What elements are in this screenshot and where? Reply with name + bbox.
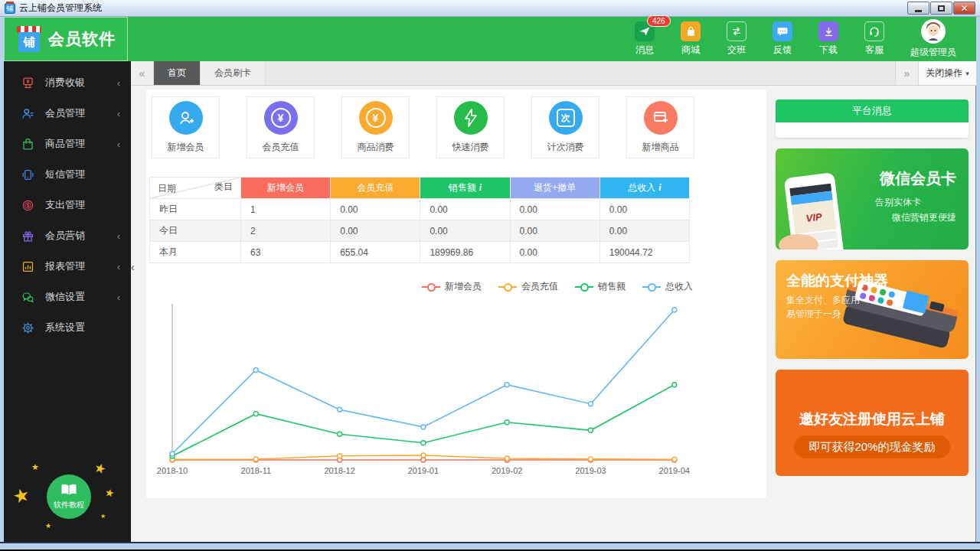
yen-ring-icon: ¥ (359, 101, 393, 135)
chevron-left-icon: ‹ (117, 139, 120, 150)
cash-register-icon: ¥ (21, 76, 34, 90)
svg-text:$: $ (26, 203, 29, 209)
dashboard-panel: 新增会员 ¥ 会员充值 ¥ 商品消费 快速消费 次 计次消费 (146, 90, 766, 498)
star-icon: ★ (103, 486, 116, 500)
quick-add-member-button[interactable]: 新增会员 (152, 96, 220, 158)
svg-text:2019-04: 2019-04 (659, 466, 690, 475)
col-header-sales[interactable]: 销售额i (420, 178, 510, 199)
sidebar-item-wechat[interactable]: 微信设置 ‹ (4, 282, 131, 312)
product-bag-icon (21, 137, 34, 151)
wechat-icon (21, 290, 34, 304)
platform-messages-header[interactable]: 平台消息 (776, 99, 969, 122)
app-icon: 铺 (5, 3, 15, 14)
svg-text:2019-02: 2019-02 (492, 466, 522, 475)
member-icon (21, 106, 34, 120)
chart-legend: 新增会员 会员充值 销售额 总收入 (149, 269, 696, 295)
add-member-icon (169, 101, 203, 135)
sidebar-item-expenses[interactable]: $ 支出管理 (4, 190, 131, 220)
swap-arrows-icon (727, 21, 746, 41)
sidebar-item-marketing[interactable]: 会员营销 ‹ (4, 220, 131, 251)
logo-text: 会员软件 (48, 28, 116, 50)
legend-recharge[interactable]: 会员充值 (498, 280, 558, 293)
open-circle-marker-icon (642, 283, 661, 291)
quick-count-consume-button[interactable]: 次 计次消费 (531, 96, 599, 158)
quick-fast-consume-button[interactable]: 快速消费 (436, 96, 505, 158)
quick-add-product-button[interactable]: 新增商品 (626, 96, 694, 158)
message-count-badge: 426 (647, 15, 671, 27)
maximize-button[interactable] (930, 2, 952, 15)
shop-bag-icon (681, 21, 701, 41)
open-circle-marker-icon (422, 283, 440, 291)
add-product-icon (644, 101, 678, 135)
open-circle-marker-icon (575, 283, 593, 291)
legend-new-members[interactable]: 新增会员 (422, 280, 482, 293)
close-button[interactable]: ✕ (953, 2, 975, 15)
minimize-icon (915, 10, 922, 12)
tab-home[interactable]: 首页 (154, 61, 201, 85)
banner-line1: 集全支付、多应用 (786, 294, 860, 307)
gear-icon (21, 321, 34, 334)
star-icon: ★ (100, 513, 106, 520)
nav-support[interactable]: 客服 (864, 21, 884, 57)
banner-payment-device[interactable]: 全能的支付神器 集全支付、多应用 易管理于一身 (776, 260, 969, 359)
sidebar-item-cashier[interactable]: ¥ 消费收银 ‹ (4, 67, 131, 98)
reward-pill-button[interactable]: 即可获得20%的现金奖励 (794, 435, 950, 458)
app-header: 铺 会员软件 消息 426 商城 交班 (4, 17, 976, 61)
chevron-left-icon: ‹ (117, 261, 120, 272)
quick-recharge-button[interactable]: ¥ 会员充值 (247, 96, 315, 158)
nav-shift[interactable]: 交班 (727, 21, 746, 57)
svg-text:2019-01: 2019-01 (408, 466, 439, 475)
banner-line2: 易管理于一身 (786, 308, 841, 321)
tutorial-button[interactable]: 软件教程 (47, 474, 91, 519)
legend-sales[interactable]: 销售额 (575, 280, 626, 293)
col-header-new-members: 新增会员 (241, 178, 331, 199)
download-icon (818, 21, 838, 41)
quick-product-consume-button[interactable]: ¥ 商品消费 (341, 96, 410, 158)
sidebar: ¥ 消费收银 ‹ 会员管理 ‹ 商品管理 ‹ 短信管理 $ 支出管理 会员营销 … (4, 61, 131, 542)
window-titlebar: 铺 云上铺会员管理系统 ✕ (0, 0, 980, 17)
maximize-icon (938, 5, 945, 11)
headset-icon (864, 21, 884, 41)
phone-vip-card-graphic: VIP (776, 148, 860, 249)
nav-user[interactable]: 超级管理员 (910, 19, 956, 59)
table-row-yesterday: 昨日 1 0.00 0.00 0.00 0.00 (150, 199, 690, 220)
svg-text:VIP: VIP (805, 210, 823, 223)
svg-text:2018-12: 2018-12 (324, 466, 354, 475)
tutorial-widget: ★ ★ ★ ★ ★ ★ 软件教程 (4, 461, 131, 531)
chevron-left-icon: ‹ (117, 77, 120, 89)
banner-invite-friends[interactable]: 邀好友注册使用云上铺 即可获得20%的现金奖励 (776, 370, 969, 476)
legend-total-income[interactable]: 总收入 (642, 280, 693, 293)
col-header-recharge: 会员充值 (331, 178, 420, 199)
sidebar-item-reports[interactable]: 报表管理 ‹ (4, 251, 131, 282)
quick-actions: 新增会员 ¥ 会员充值 ¥ 商品消费 快速消费 次 计次消费 (152, 96, 694, 158)
minimize-button[interactable] (907, 2, 929, 15)
right-panel: 平台消息 VIP 微信会员卡 告别实体卡 微信营销更便捷 (776, 99, 969, 476)
nav-feedback[interactable]: 反馈 (773, 21, 792, 57)
tab-scroll-left-icon[interactable]: « (131, 61, 154, 85)
nav-messages[interactable]: 消息 426 (635, 21, 655, 57)
info-icon: i (479, 182, 482, 193)
close-operations-dropdown[interactable]: 关闭操作 ▾ (918, 61, 976, 85)
table-corner-cell: 日期 类目 (150, 178, 241, 199)
tab-scroll-right-icon[interactable]: » (895, 61, 918, 85)
nav-download[interactable]: 下载 (818, 21, 838, 57)
banner-wechat-card[interactable]: VIP 微信会员卡 告别实体卡 微信营销更便捷 (776, 148, 969, 249)
sidebar-item-sms[interactable]: 短信管理 (4, 159, 131, 190)
col-header-total-income[interactable]: 总收入i (599, 178, 689, 199)
banner-title: 全能的支付神器 (786, 271, 888, 291)
svg-text:¥: ¥ (26, 78, 29, 83)
sidebar-item-products[interactable]: 商品管理 ‹ (4, 129, 131, 159)
nav-mall[interactable]: 商城 (681, 21, 701, 57)
sales-trend-chart: 新增会员 会员充值 销售额 总收入 2018-102018-112018-122… (149, 269, 696, 483)
lightning-icon (454, 101, 488, 135)
table-row-this-month: 本月 63 655.04 189969.86 0.00 190044.72 (150, 242, 690, 263)
info-icon: i (658, 182, 661, 193)
report-chart-icon (21, 259, 34, 273)
app-window: 铺 云上铺会员管理系统 ✕ 铺 会员软件 消息 426 (0, 0, 980, 551)
sidebar-item-settings[interactable]: 系统设置 (4, 312, 131, 343)
header-nav: 消息 426 商城 交班 反馈 (128, 17, 976, 61)
sidebar-item-members[interactable]: 会员管理 ‹ (4, 98, 131, 129)
user-avatar (921, 19, 946, 44)
sidebar-collapse-handle[interactable]: ‹ (131, 257, 142, 277)
tab-member-swipe[interactable]: 会员刷卡 (201, 61, 266, 85)
